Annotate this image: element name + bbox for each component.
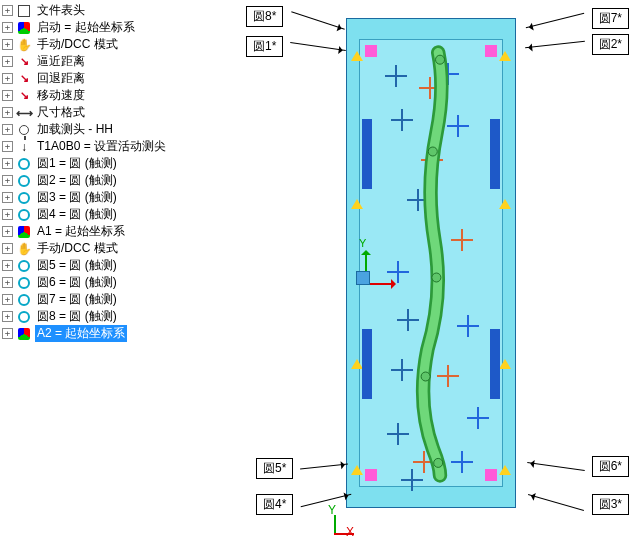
tree-item-label: 圆6 = 圆 (触测) <box>35 274 119 291</box>
expand-icon[interactable]: + <box>2 175 13 186</box>
tree-item-label: 逼近距离 <box>35 53 87 70</box>
tree-item-label: 回退距离 <box>35 70 87 87</box>
circle-icon <box>16 158 32 170</box>
expand-icon[interactable]: + <box>2 209 13 220</box>
arrow-icon: ↘ <box>16 89 32 102</box>
expand-icon[interactable]: + <box>2 73 13 84</box>
tree-item[interactable]: +圆3 = 圆 (触测) <box>2 189 238 206</box>
tree-item[interactable]: +圆2 = 圆 (触测) <box>2 172 238 189</box>
feature-tree[interactable]: +文件表头+启动 = 起始坐标系+✋手动/DCC 模式+↘逼近距离+↘回退距离+… <box>0 0 238 545</box>
expand-icon[interactable]: + <box>2 5 13 16</box>
axis-gizmo-icon: Y <box>353 251 393 291</box>
axis-icon <box>16 22 32 34</box>
expand-icon[interactable]: + <box>2 107 13 118</box>
tree-item-label: 圆8 = 圆 (触测) <box>35 308 119 325</box>
tree-item-label: 圆5 = 圆 (触测) <box>35 257 119 274</box>
hand-icon: ✋ <box>16 242 32 256</box>
tree-item[interactable]: +✋手动/DCC 模式 <box>2 36 238 53</box>
doc-icon <box>16 5 32 17</box>
tree-item-label: 加载测头 - HH <box>35 121 115 138</box>
callout-circle8[interactable]: 圆8* <box>246 6 283 27</box>
circle-icon <box>16 192 32 204</box>
expand-icon[interactable]: + <box>2 192 13 203</box>
part-stage: Y <box>346 18 516 508</box>
tree-item[interactable]: +↘逼近距离 <box>2 53 238 70</box>
expand-icon[interactable]: + <box>2 141 13 152</box>
axis-icon <box>16 226 32 238</box>
callout-circle3[interactable]: 圆3* <box>592 494 629 515</box>
tree-item-label: 手动/DCC 模式 <box>35 240 120 257</box>
tree-item-label: 圆7 = 圆 (触测) <box>35 291 119 308</box>
arrow-icon: ↘ <box>16 55 32 68</box>
hand-icon: ✋ <box>16 38 32 52</box>
expand-icon[interactable]: + <box>2 311 13 322</box>
tree-item-label: 圆3 = 圆 (触测) <box>35 189 119 206</box>
tree-item[interactable]: +↘回退距离 <box>2 70 238 87</box>
tree-item[interactable]: +启动 = 起始坐标系 <box>2 19 238 36</box>
tree-item-label: A2 = 起始坐标系 <box>35 325 127 342</box>
tip-icon: ↓ <box>16 140 32 154</box>
tree-item-label: 尺寸格式 <box>35 104 87 121</box>
tree-item-label: A1 = 起始坐标系 <box>35 223 127 240</box>
expand-icon[interactable]: + <box>2 124 13 135</box>
tree-item-label: T1A0B0 = 设置活动测尖 <box>35 138 168 155</box>
probe-icon <box>16 125 32 135</box>
callout-circle1[interactable]: 圆1* <box>246 36 283 57</box>
tree-item[interactable]: +圆6 = 圆 (触测) <box>2 274 238 291</box>
tree-item[interactable]: +A2 = 起始坐标系 <box>2 325 238 342</box>
circle-icon <box>16 260 32 272</box>
circle-icon <box>16 311 32 323</box>
expand-icon[interactable]: + <box>2 226 13 237</box>
callout-circle2[interactable]: 圆2* <box>592 34 629 55</box>
tree-item[interactable]: +⟷尺寸格式 <box>2 104 238 121</box>
tree-item-label: 圆2 = 圆 (触测) <box>35 172 119 189</box>
tree-item-label: 手动/DCC 模式 <box>35 36 120 53</box>
expand-icon[interactable]: + <box>2 328 13 339</box>
tree-item[interactable]: +圆1 = 圆 (触测) <box>2 155 238 172</box>
tree-item[interactable]: +↓T1A0B0 = 设置活动测尖 <box>2 138 238 155</box>
callout-circle4[interactable]: 圆4* <box>256 494 293 515</box>
tree-item[interactable]: +↘移动速度 <box>2 87 238 104</box>
expand-icon[interactable]: + <box>2 260 13 271</box>
callout-circle7[interactable]: 圆7* <box>592 8 629 29</box>
tree-item[interactable]: +A1 = 起始坐标系 <box>2 223 238 240</box>
tree-item[interactable]: +圆4 = 圆 (触测) <box>2 206 238 223</box>
expand-icon[interactable]: + <box>2 277 13 288</box>
tree-item-label: 圆4 = 圆 (触测) <box>35 206 119 223</box>
cad-viewport[interactable]: Y 圆8* 圆1* 圆7* 圆2* 圆5* 圆4* <box>238 0 635 545</box>
arrow-icon: ↘ <box>16 72 32 85</box>
expand-icon[interactable]: + <box>2 243 13 254</box>
expand-icon[interactable]: + <box>2 294 13 305</box>
tree-item[interactable]: +圆8 = 圆 (触测) <box>2 308 238 325</box>
expand-icon[interactable]: + <box>2 158 13 169</box>
tree-item[interactable]: +圆7 = 圆 (触测) <box>2 291 238 308</box>
expand-icon[interactable]: + <box>2 56 13 67</box>
expand-icon[interactable]: + <box>2 22 13 33</box>
tree-item-label: 启动 = 起始坐标系 <box>35 19 137 36</box>
callout-circle6[interactable]: 圆6* <box>592 456 629 477</box>
dim-icon: ⟷ <box>16 106 32 120</box>
expand-icon[interactable]: + <box>2 39 13 50</box>
callout-circle5[interactable]: 圆5* <box>256 458 293 479</box>
circle-icon <box>16 175 32 187</box>
tree-item[interactable]: +圆5 = 圆 (触测) <box>2 257 238 274</box>
circle-icon <box>16 277 32 289</box>
tree-item[interactable]: +✋手动/DCC 模式 <box>2 240 238 257</box>
tree-item[interactable]: +文件表头 <box>2 2 238 19</box>
tree-item[interactable]: +加载测头 - HH <box>2 121 238 138</box>
tree-item-label: 文件表头 <box>35 2 87 19</box>
tree-item-label: 移动速度 <box>35 87 87 104</box>
axis-icon <box>16 328 32 340</box>
tree-item-label: 圆1 = 圆 (触测) <box>35 155 119 172</box>
circle-icon <box>16 209 32 221</box>
circle-icon <box>16 294 32 306</box>
expand-icon[interactable]: + <box>2 90 13 101</box>
